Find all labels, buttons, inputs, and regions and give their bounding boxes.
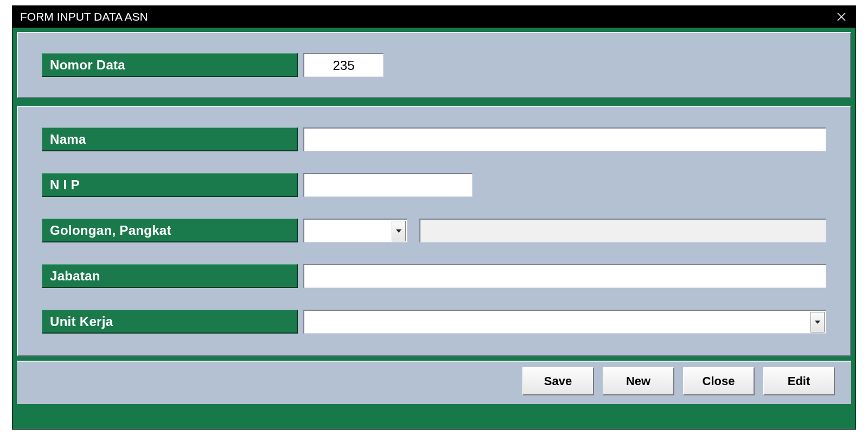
nip-field[interactable] — [303, 173, 473, 197]
row-jabatan: Jabatan — [42, 264, 826, 288]
row-unit-kerja: Unit Kerja — [42, 310, 826, 334]
jabatan-field[interactable] — [303, 264, 826, 288]
label-nama: Nama — [42, 127, 298, 151]
label-nomor-data: Nomor Data — [42, 53, 298, 77]
save-button[interactable]: Save — [522, 367, 594, 395]
golongan-dropdown[interactable] — [303, 219, 407, 242]
label-unit-kerja: Unit Kerja — [42, 310, 298, 334]
row-nama: Nama — [42, 127, 826, 151]
row-nip: N I P — [42, 173, 826, 197]
nomor-data-field[interactable] — [303, 53, 384, 77]
svg-marker-2 — [396, 229, 401, 233]
label-jabatan: Jabatan — [42, 264, 298, 288]
label-golongan: Golongan, Pangkat — [42, 219, 298, 242]
panel-nomor: Nomor Data — [17, 32, 851, 98]
chevron-down-icon[interactable] — [392, 221, 406, 241]
new-button[interactable]: New — [603, 367, 674, 395]
panel-main: Nama N I P Golongan, Pangkat Jabatan — [17, 106, 851, 356]
nama-field[interactable] — [303, 127, 826, 151]
window-title: FORM INPUT DATA ASN — [20, 10, 148, 23]
title-bar: FORM INPUT DATA ASN — [12, 6, 856, 28]
close-button[interactable]: Close — [683, 367, 755, 395]
golongan-desc-field — [419, 219, 826, 242]
close-icon[interactable] — [827, 6, 856, 28]
unit-kerja-dropdown[interactable] — [303, 310, 826, 334]
button-bar: Save New Close Edit — [17, 361, 851, 404]
form-window: FORM INPUT DATA ASN Nomor Data Nama N I … — [12, 5, 856, 430]
row-golongan: Golongan, Pangkat — [42, 219, 826, 242]
form-body: Nomor Data Nama N I P Golongan, Pangkat — [12, 28, 856, 429]
chevron-down-icon[interactable] — [810, 312, 825, 332]
bottom-strip — [17, 404, 851, 406]
edit-button[interactable]: Edit — [763, 367, 835, 395]
label-nip: N I P — [42, 173, 298, 197]
svg-marker-3 — [815, 321, 820, 324]
